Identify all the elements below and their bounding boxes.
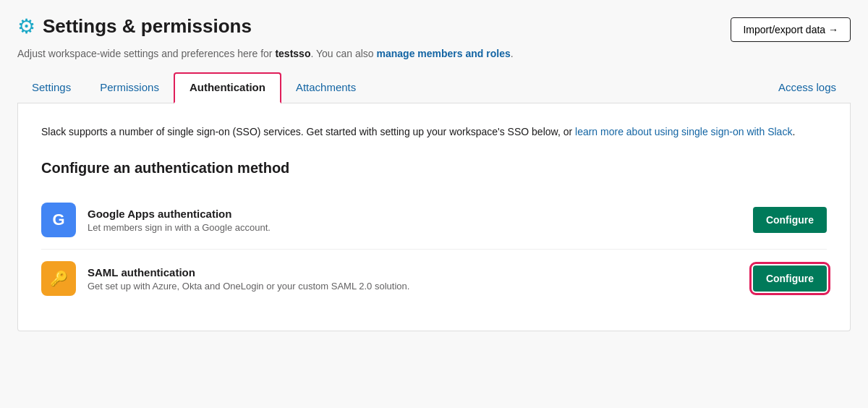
google-icon: G <box>41 203 76 237</box>
intro-pre: Slack supports a number of single sign-o… <box>41 126 575 137</box>
tab-permissions[interactable]: Permissions <box>85 72 174 103</box>
manage-members-link[interactable]: manage members and roles <box>377 48 511 59</box>
intro-post: . <box>792 126 795 137</box>
google-configure-button[interactable]: Configure <box>753 207 827 233</box>
page-title: Settings & permissions <box>43 15 252 38</box>
saml-auth-desc: Get set up with Azure, Okta and OneLogin… <box>88 281 741 292</box>
workspace-name: testsso <box>275 48 310 59</box>
tab-spacer <box>370 72 764 103</box>
saml-configure-button[interactable]: Configure <box>753 265 827 292</box>
tab-settings[interactable]: Settings <box>17 72 85 103</box>
saml-auth-name: SAML authentication <box>88 266 741 279</box>
content-box: Slack supports a number of single sign-o… <box>17 103 851 331</box>
section-title: Configure an authentication method <box>41 160 827 177</box>
subtitle-post: . <box>511 48 514 59</box>
subtitle: Adjust workspace-wide settings and prefe… <box>17 48 851 59</box>
google-auth-name: Google Apps authentication <box>88 208 741 220</box>
intro-text: Slack supports a number of single sign-o… <box>41 124 827 140</box>
subtitle-mid: . You can also <box>310 48 376 59</box>
gear-icon: ⚙ <box>17 14 35 38</box>
tab-access-logs[interactable]: Access logs <box>764 72 851 103</box>
tabs-row: Settings Permissions Authentication Atta… <box>17 72 851 103</box>
saml-auth-info: SAML authentication Get set up with Azur… <box>88 266 741 292</box>
import-export-button[interactable]: Import/export data → <box>731 17 851 42</box>
saml-icon: 🔑 <box>41 261 76 296</box>
header-row: ⚙ Settings & permissions Import/export d… <box>17 14 851 42</box>
tab-attachments[interactable]: Attachments <box>281 72 370 103</box>
sso-learn-more-link[interactable]: learn more about using single sign-on wi… <box>575 126 792 137</box>
page-wrapper: ⚙ Settings & permissions Import/export d… <box>0 0 868 408</box>
google-auth-info: Google Apps authentication Let members s… <box>88 208 741 233</box>
title-area: ⚙ Settings & permissions <box>17 14 252 38</box>
auth-item-google: G Google Apps authentication Let members… <box>41 191 827 249</box>
tab-authentication[interactable]: Authentication <box>174 72 281 103</box>
auth-item-saml: 🔑 SAML authentication Get set up with Az… <box>41 249 827 307</box>
subtitle-pre: Adjust workspace-wide settings and prefe… <box>17 48 275 59</box>
google-auth-desc: Let members sign in with a Google accoun… <box>88 222 741 233</box>
